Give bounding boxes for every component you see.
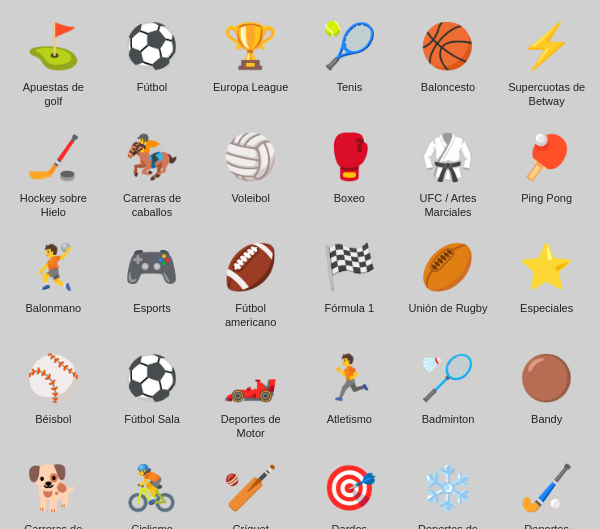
sport-label-ciclismo: Ciclismo	[131, 522, 173, 529]
sport-item-union-rugby[interactable]: 🏉Unión de Rugby	[399, 229, 498, 340]
sport-item-ufc-artes-marciales[interactable]: 🥋UFC / Artes Marciales	[399, 119, 498, 230]
sport-item-atletismo[interactable]: 🏃Atletismo	[300, 340, 399, 451]
sport-icon-deportes-gaelicos: 🏑	[517, 458, 577, 518]
sport-label-criquet: Críquet	[233, 522, 269, 529]
sport-label-bandy: Bandy	[531, 412, 562, 426]
sport-item-hockey-hielo[interactable]: 🏒Hockey sobre Hielo	[4, 119, 103, 230]
sport-label-deportes-invierno: Deportes de Invierno	[408, 522, 488, 529]
sport-item-criquet[interactable]: 🏏Críquet	[201, 450, 300, 529]
sport-item-deportes-motor[interactable]: 🏎️Deportes de Motor	[201, 340, 300, 451]
sport-label-dardos: Dardos	[332, 522, 367, 529]
sport-label-golf: Apuestas de golf	[13, 80, 93, 109]
sport-icon-ciclismo: 🚴	[122, 458, 182, 518]
sport-label-supercuotas-betway: Supercuotas de Betway	[507, 80, 587, 109]
sport-icon-futbol: ⚽	[122, 16, 182, 76]
sport-icon-union-rugby: 🏉	[418, 237, 478, 297]
sport-item-futbol-americano[interactable]: 🏈Fútbol americano	[201, 229, 300, 340]
sport-label-especiales: Especiales	[520, 301, 573, 315]
sport-icon-futbol-americano: 🏈	[221, 237, 281, 297]
sport-icon-baloncesto: 🏀	[418, 16, 478, 76]
sport-icon-badminton: 🏸	[418, 348, 478, 408]
sport-icon-bandy: 🟤	[517, 348, 577, 408]
sport-icon-beisbol: ⚾	[23, 348, 83, 408]
sport-label-futbol-sala: Fútbol Sala	[124, 412, 180, 426]
sport-item-bandy[interactable]: 🟤Bandy	[497, 340, 596, 451]
sport-label-voleibol: Voleibol	[231, 191, 270, 205]
sport-label-futbol-americano: Fútbol americano	[211, 301, 291, 330]
sport-label-carreras-caballos: Carreras de caballos	[112, 191, 192, 220]
sport-item-europa-league[interactable]: 🏆Europa League	[201, 8, 300, 119]
sport-item-carreras-galgos[interactable]: 🐕Carreras de Galgos	[4, 450, 103, 529]
sport-item-boxeo[interactable]: 🥊Boxeo	[300, 119, 399, 230]
sport-icon-ping-pong: 🏓	[517, 127, 577, 187]
sport-icon-futbol-sala: ⚽	[122, 348, 182, 408]
sport-item-carreras-caballos[interactable]: 🏇Carreras de caballos	[103, 119, 202, 230]
sport-item-voleibol[interactable]: 🏐Voleibol	[201, 119, 300, 230]
sport-icon-deportes-motor: 🏎️	[221, 348, 281, 408]
sport-icon-tenis: 🎾	[319, 16, 379, 76]
sport-item-supercuotas-betway[interactable]: ⚡Supercuotas de Betway	[497, 8, 596, 119]
sport-label-europa-league: Europa League	[213, 80, 288, 94]
sport-icon-carreras-galgos: 🐕	[23, 458, 83, 518]
sport-label-esports: Esports	[133, 301, 170, 315]
sport-item-esports[interactable]: 🎮Esports	[103, 229, 202, 340]
sport-icon-atletismo: 🏃	[319, 348, 379, 408]
sport-icon-esports: 🎮	[122, 237, 182, 297]
sport-label-baloncesto: Baloncesto	[421, 80, 475, 94]
sport-item-especiales[interactable]: ⭐Especiales	[497, 229, 596, 340]
sport-label-deportes-gaelicos: Deportes gaélicos	[507, 522, 587, 529]
sport-item-badminton[interactable]: 🏸Badminton	[399, 340, 498, 451]
sport-label-ping-pong: Ping Pong	[521, 191, 572, 205]
sport-icon-deportes-invierno: ❄️	[418, 458, 478, 518]
sport-item-ping-pong[interactable]: 🏓Ping Pong	[497, 119, 596, 230]
sport-icon-voleibol: 🏐	[221, 127, 281, 187]
sport-icon-europa-league: 🏆	[221, 16, 281, 76]
sport-label-union-rugby: Unión de Rugby	[409, 301, 488, 315]
sports-grid: ⛳Apuestas de golf⚽Fútbol🏆Europa League🎾T…	[0, 0, 600, 529]
sport-item-futbol[interactable]: ⚽Fútbol	[103, 8, 202, 119]
sport-label-beisbol: Béisbol	[35, 412, 71, 426]
sport-item-formula1[interactable]: 🏁Fórmula 1	[300, 229, 399, 340]
sport-label-ufc-artes-marciales: UFC / Artes Marciales	[408, 191, 488, 220]
sport-icon-formula1: 🏁	[319, 237, 379, 297]
sport-icon-hockey-hielo: 🏒	[23, 127, 83, 187]
sport-item-tenis[interactable]: 🎾Tenis	[300, 8, 399, 119]
sport-item-golf[interactable]: ⛳Apuestas de golf	[4, 8, 103, 119]
sport-item-beisbol[interactable]: ⚾Béisbol	[4, 340, 103, 451]
sport-item-futbol-sala[interactable]: ⚽Fútbol Sala	[103, 340, 202, 451]
sport-icon-dardos: 🎯	[319, 458, 379, 518]
sport-icon-golf: ⛳	[23, 16, 83, 76]
sport-label-atletismo: Atletismo	[327, 412, 372, 426]
sport-item-deportes-invierno[interactable]: ❄️Deportes de Invierno	[399, 450, 498, 529]
sport-label-formula1: Fórmula 1	[325, 301, 375, 315]
sport-item-balonmano[interactable]: 🤾Balonmano	[4, 229, 103, 340]
sport-item-ciclismo[interactable]: 🚴Ciclismo	[103, 450, 202, 529]
sport-icon-boxeo: 🥊	[319, 127, 379, 187]
sport-icon-balonmano: 🤾	[23, 237, 83, 297]
sport-label-hockey-hielo: Hockey sobre Hielo	[13, 191, 93, 220]
sport-item-deportes-gaelicos[interactable]: 🏑Deportes gaélicos	[497, 450, 596, 529]
sport-icon-ufc-artes-marciales: 🥋	[418, 127, 478, 187]
sport-label-badminton: Badminton	[422, 412, 475, 426]
sport-label-futbol: Fútbol	[137, 80, 168, 94]
sport-icon-criquet: 🏏	[221, 458, 281, 518]
sport-label-deportes-motor: Deportes de Motor	[211, 412, 291, 441]
sport-label-boxeo: Boxeo	[334, 191, 365, 205]
sport-item-dardos[interactable]: 🎯Dardos	[300, 450, 399, 529]
sport-label-balonmano: Balonmano	[26, 301, 82, 315]
sport-label-tenis: Tenis	[336, 80, 362, 94]
sport-icon-especiales: ⭐	[517, 237, 577, 297]
sport-icon-supercuotas-betway: ⚡	[517, 16, 577, 76]
sport-item-baloncesto[interactable]: 🏀Baloncesto	[399, 8, 498, 119]
sport-icon-carreras-caballos: 🏇	[122, 127, 182, 187]
sport-label-carreras-galgos: Carreras de Galgos	[13, 522, 93, 529]
